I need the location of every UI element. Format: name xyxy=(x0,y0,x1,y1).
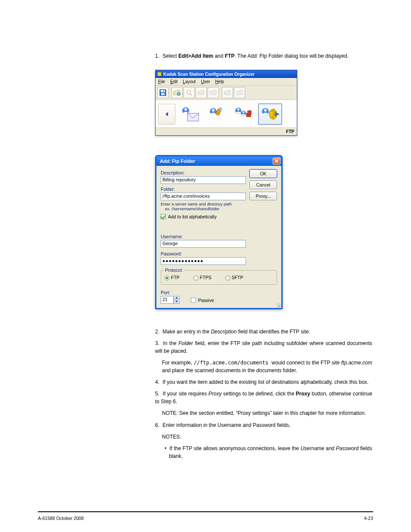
username-input[interactable]: George xyxy=(161,240,246,248)
add-folder-icon xyxy=(173,89,181,96)
svg-rect-3 xyxy=(163,90,164,92)
dialog-title: Add: Ftp Folder xyxy=(160,159,195,164)
svg-point-16 xyxy=(237,108,240,110)
floppy-icon xyxy=(159,89,166,96)
add-ftp-folder-dialog: Add: Ftp Folder OK Cancel Proxy... Descr… xyxy=(155,155,283,309)
step-1-text: 1. Select Edit>Add Item and FTP. The Add… xyxy=(155,53,372,60)
config-title: Kodak Scan Station Configuration Organiz… xyxy=(163,72,255,77)
ok-button[interactable]: OK xyxy=(249,169,277,178)
svg-line-6 xyxy=(190,93,192,95)
svg-point-12 xyxy=(212,109,215,112)
menu-user[interactable]: User xyxy=(201,79,210,84)
toolbar-folder4-button[interactable] xyxy=(234,87,245,98)
config-toolbar xyxy=(156,86,297,100)
search-icon xyxy=(186,89,193,96)
network-share-icon xyxy=(234,106,253,123)
app-icon xyxy=(157,72,162,76)
port-up-button[interactable] xyxy=(174,296,180,300)
port-down-button[interactable] xyxy=(174,299,180,304)
menu-help[interactable]: Help xyxy=(215,79,224,84)
toolbar-separator xyxy=(220,87,221,98)
folder-icon xyxy=(224,89,231,96)
menu-layout[interactable]: Layout xyxy=(183,79,196,84)
radio-icon xyxy=(193,276,198,280)
protocol-group: Protocol: FTP FTPS SFTP xyxy=(161,270,277,285)
add-alpha-label: Add to list alphabetically xyxy=(168,214,217,219)
triangle-left-icon xyxy=(165,111,169,117)
toolbar-folder2-button[interactable] xyxy=(208,87,219,98)
protocol-label: Protocol: xyxy=(164,268,184,273)
dest-usb[interactable] xyxy=(205,103,229,125)
protocol-ftps[interactable]: FTPS xyxy=(193,275,212,280)
dest-email[interactable] xyxy=(178,103,202,125)
svg-marker-7 xyxy=(165,112,168,116)
dest-ftp[interactable] xyxy=(258,103,282,125)
destination-bar xyxy=(156,100,297,128)
chevron-down-icon xyxy=(175,301,178,302)
cancel-button[interactable]: Cancel xyxy=(249,180,277,189)
resize-grip-icon[interactable] xyxy=(276,303,280,307)
toolbar-save-button[interactable] xyxy=(157,87,168,98)
passive-row[interactable]: Passive xyxy=(191,298,214,303)
passive-checkbox[interactable] xyxy=(191,298,196,303)
folder-helper: Enter a server name and directory path e… xyxy=(161,202,277,212)
email-icon xyxy=(181,106,199,123)
svg-point-18 xyxy=(243,111,244,113)
footer-left: A-61588 October 2008 xyxy=(38,516,84,521)
page-footer: A-61588 October 2008 4-23 xyxy=(38,516,373,521)
config-titlebar: Kodak Scan Station Configuration Organiz… xyxy=(156,70,297,78)
add-alpha-checkbox[interactable] xyxy=(161,214,166,219)
radio-icon xyxy=(225,276,230,280)
svg-point-9 xyxy=(184,108,187,111)
toolbar-folder1-button[interactable] xyxy=(196,87,207,98)
add-alpha-row[interactable]: Add to list alphabetically xyxy=(161,214,277,219)
dialog-titlebar: Add: Ftp Folder xyxy=(156,156,281,166)
passive-label: Passive xyxy=(198,298,214,303)
status-text: FTP xyxy=(286,129,294,134)
svg-rect-2 xyxy=(161,93,165,95)
config-organizer-window: Kodak Scan Station Configuration Organiz… xyxy=(155,70,297,136)
ftp-icon xyxy=(260,106,280,123)
menu-edit[interactable]: Edit xyxy=(170,79,177,84)
password-label: Password: xyxy=(161,251,277,256)
config-menubar: File Edit Layout User Help xyxy=(156,78,297,86)
svg-rect-20 xyxy=(248,111,251,114)
chevron-up-icon xyxy=(175,297,178,299)
password-input[interactable]: ●●●●●●●●●●●●● xyxy=(161,257,246,265)
port-input[interactable]: 21 xyxy=(161,296,174,304)
toolbar-folder3-button[interactable] xyxy=(222,87,233,98)
page-rule xyxy=(38,511,373,512)
scroll-left-button[interactable] xyxy=(158,104,175,124)
footer-right: 4-23 xyxy=(364,516,373,521)
radio-icon xyxy=(165,276,169,280)
toolbar-search-button[interactable] xyxy=(184,87,195,98)
description-input[interactable]: Billing repository xyxy=(161,176,246,184)
username-label: Username: xyxy=(161,234,277,239)
folder-input[interactable]: //ftp.acme.com/invoices xyxy=(161,193,246,200)
folder-icon xyxy=(198,89,205,96)
proxy-button[interactable]: Proxy... xyxy=(249,192,277,200)
menu-file[interactable]: File xyxy=(158,79,165,84)
close-icon xyxy=(274,159,279,163)
folder-icon xyxy=(236,89,243,96)
protocol-ftp[interactable]: FTP xyxy=(165,275,180,280)
svg-rect-14 xyxy=(219,107,222,111)
config-statusbar: FTP xyxy=(156,128,297,135)
instruction-text: 2. Make an entry in the Description fiel… xyxy=(155,328,372,464)
svg-point-22 xyxy=(264,109,267,112)
svg-rect-1 xyxy=(161,90,165,92)
close-button[interactable] xyxy=(273,158,280,165)
toolbar-separator xyxy=(169,87,171,98)
usb-person-icon xyxy=(208,106,225,123)
dest-network[interactable] xyxy=(231,103,255,125)
folder-icon xyxy=(210,89,217,96)
protocol-sftp[interactable]: SFTP xyxy=(225,275,243,280)
port-spinner[interactable]: 21 xyxy=(161,296,180,304)
port-label: Port: xyxy=(161,290,180,295)
toolbar-add-item-button[interactable] xyxy=(171,87,183,98)
